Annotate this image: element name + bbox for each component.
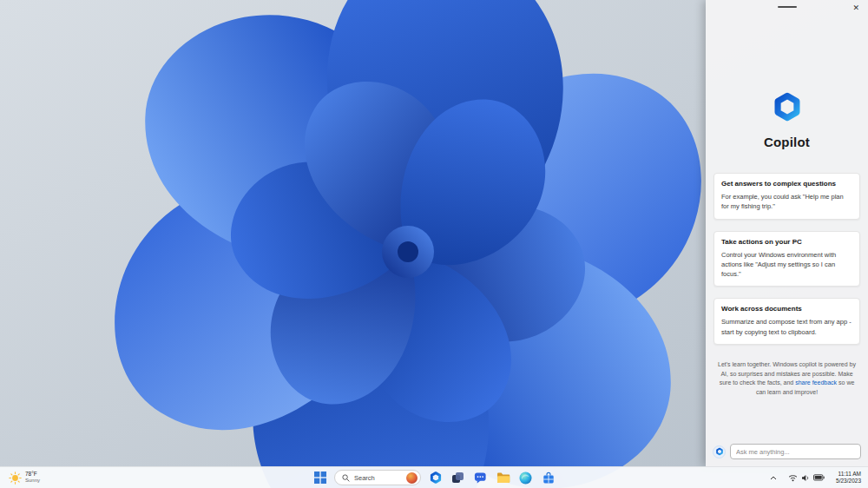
copilot-title: Copilot	[706, 135, 868, 149]
chevron-up-icon	[770, 476, 777, 480]
card-body: Summarize and compose text from any app …	[721, 317, 852, 337]
task-view-icon	[451, 472, 464, 485]
chat-icon	[474, 472, 487, 485]
start-button[interactable]	[312, 470, 328, 486]
card-title: Take actions on your PC	[721, 238, 852, 246]
card-work-documents[interactable]: Work across documents Summarize and comp…	[713, 298, 860, 345]
chat-input-row	[706, 444, 868, 459]
search-box[interactable]: Search	[334, 470, 421, 485]
store-button[interactable]	[540, 470, 556, 486]
copilot-avatar-icon	[713, 445, 726, 458]
screen: ✕ Copilot Get answers to complex questio…	[0, 0, 868, 488]
suggestion-cards: Get answers to complex questions For exa…	[706, 173, 868, 345]
tray-overflow-button[interactable]	[767, 474, 779, 482]
card-complex-questions[interactable]: Get answers to complex questions For exa…	[713, 173, 860, 220]
card-title: Work across documents	[721, 305, 852, 313]
file-explorer-button[interactable]	[495, 470, 511, 486]
ask-me-anything-input[interactable]	[730, 444, 861, 459]
copilot-taskbar-icon	[429, 471, 443, 485]
file-explorer-icon	[496, 472, 510, 484]
sun-icon	[9, 472, 22, 485]
close-icon[interactable]: ✕	[850, 2, 862, 14]
weather-text: 78°F Sunny	[25, 471, 40, 485]
weather-condition: Sunny	[25, 478, 40, 485]
chat-button[interactable]	[472, 470, 489, 486]
system-tray: 11:11 AM 5/23/2023	[767, 467, 864, 488]
copilot-panel: ✕ Copilot Get answers to complex questio…	[706, 0, 868, 466]
store-icon	[542, 472, 555, 485]
edge-browser-button[interactable]	[517, 470, 534, 486]
share-feedback-link[interactable]: share feedback	[795, 379, 837, 386]
panel-controls: ✕	[706, 0, 868, 16]
taskbar-center: Search	[312, 467, 556, 488]
card-title: Get answers to complex questions	[721, 180, 852, 188]
taskbar: 78°F Sunny Search	[0, 466, 868, 488]
card-body: For example, you could ask "Help me plan…	[721, 192, 852, 212]
widgets-weather-button[interactable]: 78°F Sunny	[5, 467, 43, 488]
volume-icon	[801, 474, 810, 482]
copilot-logo	[771, 90, 804, 123]
ai-disclaimer: Let's learn together. Windows copilot is…	[706, 360, 868, 398]
battery-icon	[813, 474, 825, 481]
windows-start-icon	[314, 472, 326, 484]
card-take-actions[interactable]: Take actions on your PC Control your Win…	[713, 231, 860, 287]
clock[interactable]: 11:11 AM 5/23/2023	[833, 470, 864, 486]
network-volume-battery-button[interactable]	[786, 472, 827, 484]
task-view-button[interactable]	[450, 470, 466, 486]
card-body: Control your Windows environment with ac…	[721, 250, 852, 280]
clock-time: 11:11 AM	[836, 471, 861, 478]
bing-image-icon	[406, 472, 418, 484]
taskbar-copilot-button[interactable]	[427, 470, 444, 486]
search-icon	[342, 474, 350, 482]
edge-icon	[519, 472, 532, 485]
minimize-handle[interactable]	[778, 6, 797, 8]
wifi-icon	[788, 474, 798, 482]
clock-date: 5/23/2023	[836, 478, 861, 485]
copilot-header: Copilot	[706, 90, 868, 149]
search-label: Search	[354, 474, 402, 482]
weather-temp: 78°F	[25, 471, 40, 478]
